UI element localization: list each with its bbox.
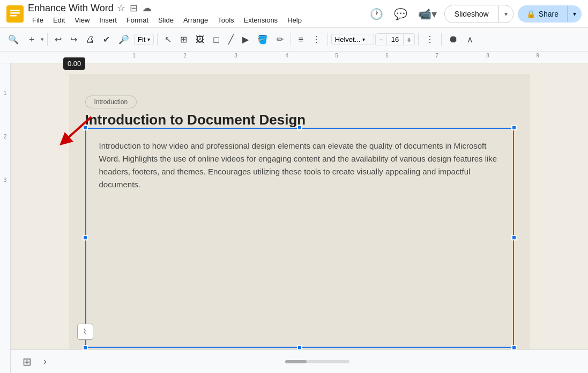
handle-top-left[interactable] xyxy=(83,125,88,130)
ruler-mark-1: 1 xyxy=(132,53,136,58)
record-button[interactable]: ⏺ xyxy=(445,31,462,48)
text-box[interactable]: Introduction to how video and profession… xyxy=(85,128,514,348)
scroll-track[interactable] xyxy=(285,360,349,363)
zoom-in-button[interactable]: ＋ xyxy=(24,31,40,48)
font-size-value[interactable]: 16 xyxy=(386,34,404,45)
zoom-chevron: ▾ xyxy=(41,36,44,43)
menu-help[interactable]: Help xyxy=(283,15,306,25)
slide[interactable]: Introduction Introduction to Document De… xyxy=(69,74,530,359)
image-button[interactable]: 🖼 xyxy=(192,32,208,47)
menu-bar: File Edit View Insert Format Slide Arran… xyxy=(28,15,362,25)
paint-button[interactable]: 🪣 xyxy=(254,32,272,47)
slideshow-button[interactable]: Slideshow xyxy=(445,5,498,23)
toolbar: 🔍 ＋ ▾ ↩ ↪ 🖨 ✔ 🔎 Fit ▾ ↖ ⊞ 🖼 ◻ ╱ ▶ 🪣 ✏ ≡ … xyxy=(0,28,588,52)
font-name: Helvet... xyxy=(335,35,361,43)
bottom-bar: ⊞ › xyxy=(11,349,588,373)
font-size-increase-button[interactable]: + xyxy=(404,34,414,46)
cloud-icon[interactable]: ☁ xyxy=(142,2,152,14)
menu-file[interactable]: File xyxy=(28,15,48,25)
expand-panel-button[interactable]: › xyxy=(40,353,50,370)
handle-middle-right[interactable] xyxy=(511,235,517,240)
main-area: 1 2 3 Introduction Introduction to Docum… xyxy=(0,63,588,373)
svg-rect-3 xyxy=(10,15,17,17)
zoom-selector[interactable]: Fit ▾ xyxy=(134,34,154,45)
menu-view[interactable]: View xyxy=(70,15,94,25)
handle-bottom-center[interactable] xyxy=(297,345,302,350)
font-dropdown-icon: ▾ xyxy=(362,36,365,42)
move-icon[interactable]: ⊟ xyxy=(130,2,138,14)
v-ruler-2: 2 xyxy=(4,134,7,140)
font-selector[interactable]: Helvet... ▾ xyxy=(331,34,374,45)
comment-button[interactable]: 💬 xyxy=(391,4,411,24)
handle-top-right[interactable] xyxy=(511,125,517,130)
align-left-button[interactable]: ≡ xyxy=(294,32,307,47)
separator-5 xyxy=(418,33,419,46)
ruler-mark-7: 7 xyxy=(435,53,438,58)
select-tool-button[interactable]: ↖ xyxy=(161,32,175,47)
slide-title[interactable]: Introduction to Document Design xyxy=(85,112,306,128)
search-button[interactable]: 🔍 xyxy=(4,32,23,47)
header-actions: 🕐 💬 📹▾ Slideshow ▾ 🔒 Share ▾ xyxy=(367,4,582,24)
scroll-thumb[interactable] xyxy=(285,360,307,363)
separator-3 xyxy=(291,33,291,46)
ruler-mark-5: 5 xyxy=(335,53,338,58)
share-label: Share xyxy=(539,10,559,18)
handle-top-center[interactable] xyxy=(297,125,302,130)
menu-insert[interactable]: Insert xyxy=(95,15,121,25)
video-call-button[interactable]: 📹▾ xyxy=(415,4,440,24)
zoom-dropdown-icon: ▾ xyxy=(147,36,150,42)
menu-extensions[interactable]: Extensions xyxy=(240,15,282,25)
ruler: 1 2 3 4 5 6 7 8 9 xyxy=(0,52,588,63)
star-icon[interactable]: ☆ xyxy=(117,2,125,14)
accessibility-icon: ⌇ xyxy=(83,327,87,336)
svg-rect-1 xyxy=(10,10,20,11)
slideshow-group: Slideshow ▾ xyxy=(444,5,513,23)
more-options-button[interactable]: ⋮ xyxy=(422,32,438,47)
separator-6 xyxy=(441,33,442,46)
lock-icon: 🔒 xyxy=(526,10,535,18)
separator-2 xyxy=(157,33,158,46)
handle-bottom-right[interactable] xyxy=(511,345,517,350)
svg-rect-0 xyxy=(6,5,24,23)
menu-format[interactable]: Format xyxy=(122,15,153,25)
line-button[interactable]: ╱ xyxy=(225,32,237,47)
pen-button[interactable]: ✏ xyxy=(273,32,287,47)
handle-bottom-left[interactable] xyxy=(83,345,88,350)
intro-label: Introduction xyxy=(85,96,137,108)
print-button[interactable]: 🖨 xyxy=(82,32,98,47)
canvas-area[interactable]: Introduction Introduction to Document De… xyxy=(11,63,588,373)
accessibility-button[interactable]: ⌇ xyxy=(77,324,93,340)
ruler-mark-3: 3 xyxy=(234,53,237,58)
align-right-button[interactable]: ⋮ xyxy=(308,32,324,47)
handle-middle-left[interactable] xyxy=(83,235,88,240)
collapse-button[interactable]: ∧ xyxy=(463,32,477,47)
text-box-button[interactable]: ⊞ xyxy=(176,32,191,47)
grid-view-button[interactable]: ⊞ xyxy=(19,352,35,371)
text-box-wrapper[interactable]: Introduction to how video and profession… xyxy=(85,128,514,348)
menu-edit[interactable]: Edit xyxy=(49,15,69,25)
menu-slide[interactable]: Slide xyxy=(154,15,178,25)
ruler-mark-2: 2 xyxy=(183,53,187,58)
zoom-button[interactable]: 🔎 xyxy=(115,32,133,47)
redo-button[interactable]: ↪ xyxy=(66,32,81,47)
title-icons: ☆ ⊟ ☁ xyxy=(117,2,152,14)
menu-tools[interactable]: Tools xyxy=(213,15,238,25)
video-button[interactable]: ▶ xyxy=(239,32,252,47)
separator-1 xyxy=(47,33,48,46)
text-box-content: Introduction to how video and profession… xyxy=(99,141,497,189)
font-size-group: − 16 + xyxy=(375,33,415,46)
share-button[interactable]: 🔒 Share xyxy=(518,5,567,23)
ruler-mark-4: 4 xyxy=(285,53,288,58)
history-button[interactable]: 🕐 xyxy=(367,4,386,24)
undo-button[interactable]: ↩ xyxy=(51,32,65,47)
shape-button[interactable]: ◻ xyxy=(209,32,224,47)
doc-title: Enhance With Word xyxy=(28,3,114,14)
slideshow-dropdown-button[interactable]: ▾ xyxy=(498,6,513,22)
menu-arrange[interactable]: Arrange xyxy=(179,15,212,25)
doc-title-row: Enhance With Word ☆ ⊟ ☁ xyxy=(28,2,362,14)
font-size-decrease-button[interactable]: − xyxy=(376,34,386,46)
ruler-mark-8: 8 xyxy=(486,53,489,58)
ruler-inner: 1 2 3 4 5 6 7 8 9 xyxy=(86,52,568,63)
spell-check-button[interactable]: ✔ xyxy=(99,32,114,47)
share-dropdown-button[interactable]: ▾ xyxy=(567,6,582,22)
